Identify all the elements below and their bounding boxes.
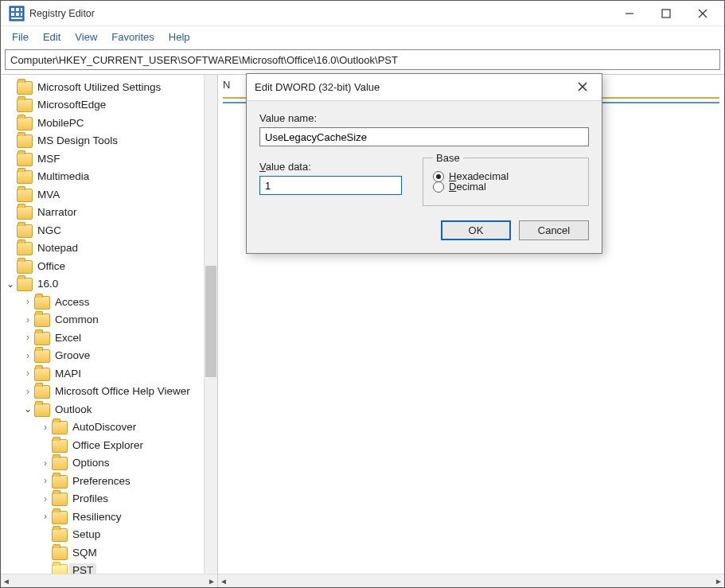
close-button[interactable] (684, 2, 721, 25)
scrollbar-thumb[interactable] (205, 266, 216, 377)
tree-item[interactable]: NGC (4, 221, 217, 239)
tree-item-label: MSF (37, 153, 60, 165)
tree-item[interactable]: ›Options (4, 454, 217, 473)
scroll-right-icon[interactable]: ► (208, 577, 216, 586)
radio-icon (433, 171, 444, 182)
column-name: N (223, 79, 230, 91)
scroll-left-icon[interactable]: ◄ (220, 577, 228, 586)
folder-icon (17, 260, 31, 272)
svg-rect-2 (16, 8, 19, 11)
tree-item[interactable]: Multimedia (4, 168, 217, 186)
scroll-left-icon[interactable]: ◄ (2, 577, 10, 586)
tree-item[interactable]: ⌄16.0 (4, 275, 217, 294)
tree-item[interactable]: Office Explorer (4, 436, 217, 454)
tree-item-label: Microsoft Office Help Viewer (55, 385, 190, 397)
cancel-button[interactable]: Cancel (519, 220, 589, 240)
chevron-right-icon[interactable]: › (39, 458, 52, 469)
chevron-right-icon[interactable]: › (21, 332, 34, 343)
chevron-right-icon[interactable]: › (39, 475, 52, 486)
folder-icon (34, 332, 49, 344)
chevron-down-icon[interactable]: ⌄ (21, 403, 34, 415)
ok-button[interactable]: OK (441, 220, 511, 240)
folder-icon (34, 349, 49, 361)
menu-edit[interactable]: Edit (37, 29, 67, 45)
tree-item[interactable]: SQM (4, 543, 217, 562)
scroll-right-icon[interactable]: ► (715, 577, 723, 586)
tree-spacer (4, 99, 17, 111)
tree-spacer (39, 547, 52, 558)
tree-item-label: MS Design Tools (37, 134, 118, 146)
tree-item[interactable]: Setup (4, 526, 217, 544)
menu-view[interactable]: View (68, 29, 103, 45)
tree-item[interactable]: ›Common (4, 311, 217, 329)
folder-icon (34, 385, 49, 397)
tree-spacer (4, 260, 17, 271)
tree-item[interactable]: ›Resiliency (4, 508, 217, 526)
tree-item[interactable]: ›Microsoft Office Help Viewer (4, 383, 217, 401)
menu-favorites[interactable]: Favorites (105, 29, 160, 45)
folder-icon (52, 528, 66, 540)
folder-icon (34, 296, 49, 308)
chevron-right-icon[interactable]: › (39, 493, 52, 504)
tree-item[interactable]: MobilePC (4, 114, 217, 132)
tree-item-label: PST (72, 564, 93, 574)
tree-item[interactable]: ›MAPI (4, 364, 217, 383)
chevron-right-icon[interactable]: › (21, 314, 34, 325)
folder-icon (17, 81, 31, 93)
tree-item[interactable]: Narrator (4, 204, 217, 222)
tree-view[interactable]: Microsoft Utilized Settings MicrosoftEdg… (1, 75, 217, 574)
tree-item[interactable]: ›Preferences (4, 472, 217, 490)
tree-item[interactable]: MS Design Tools (4, 132, 217, 150)
tree-item-label: MAPI (55, 368, 81, 380)
tree-item[interactable]: ›Groove (4, 347, 217, 365)
address-bar[interactable]: Computer\HKEY_CURRENT_USER\SOFTWARE\Micr… (5, 49, 720, 70)
tree-item[interactable]: ›Access (4, 293, 217, 311)
title-bar: Registry Editor (1, 1, 724, 26)
menu-bar: File Edit View Favorites Help (1, 26, 724, 47)
chevron-right-icon[interactable]: › (21, 386, 34, 397)
tree-item[interactable]: MicrosoftEdge (4, 96, 217, 115)
tree-item[interactable]: PST (4, 562, 217, 574)
chevron-right-icon[interactable]: › (21, 368, 34, 379)
tree-item[interactable]: Notepad (4, 239, 217, 258)
tree-item[interactable]: ›Profiles (4, 490, 217, 508)
menu-help[interactable]: Help (162, 29, 197, 45)
tree-spacer (4, 117, 17, 128)
tree-item[interactable]: Microsoft Utilized Settings (4, 78, 217, 96)
tree-spacer (4, 224, 17, 236)
value-data-input[interactable] (259, 176, 402, 195)
value-name-input[interactable] (259, 127, 589, 146)
tree-spacer (4, 189, 17, 200)
folder-icon (52, 493, 66, 504)
chevron-right-icon[interactable]: › (39, 511, 52, 522)
svg-rect-7 (11, 18, 22, 19)
chevron-right-icon[interactable]: › (39, 422, 52, 433)
radio-decimal[interactable]: Decimal (433, 181, 579, 193)
tree-vertical-scrollbar[interactable] (204, 75, 217, 574)
tree-item[interactable]: MVA (4, 185, 217, 204)
chevron-right-icon[interactable]: › (21, 296, 34, 307)
maximize-button[interactable] (648, 2, 684, 25)
folder-icon (17, 242, 31, 254)
chevron-right-icon[interactable]: › (21, 350, 34, 361)
tree-item-label: Profiles (72, 493, 108, 504)
tree-item[interactable]: MSF (4, 150, 217, 168)
menu-file[interactable]: File (6, 29, 35, 45)
tree-horizontal-scrollbar[interactable]: ◄ ► (1, 574, 217, 587)
minimize-button[interactable] (611, 2, 648, 25)
tree-item-label: SQM (72, 547, 97, 559)
tree-item-label: Setup (72, 528, 100, 540)
tree-spacer (4, 153, 17, 164)
dialog-close-button[interactable] (571, 81, 594, 94)
folder-icon (17, 153, 31, 165)
tree-item[interactable]: ›Excel (4, 329, 217, 347)
tree-spacer (4, 243, 17, 254)
chevron-down-icon[interactable]: ⌄ (4, 278, 17, 290)
svg-rect-4 (16, 13, 19, 16)
tree-item[interactable]: Office (4, 257, 217, 275)
tree-item[interactable]: ⌄Outlook (4, 400, 217, 419)
folder-icon (17, 224, 31, 236)
tree-item[interactable]: ›AutoDiscover (4, 419, 217, 437)
svg-rect-3 (11, 13, 14, 16)
values-horizontal-scrollbar[interactable]: ◄ ► (218, 574, 724, 587)
